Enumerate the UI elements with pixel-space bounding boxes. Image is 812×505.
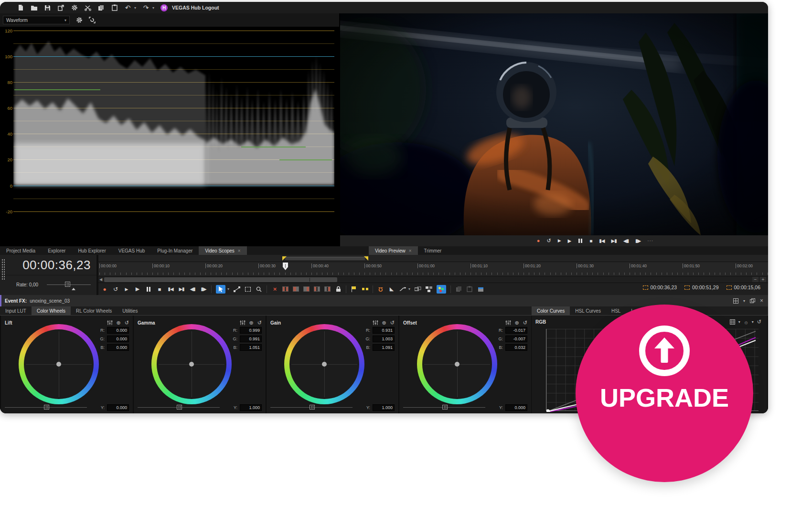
color-wheel[interactable] xyxy=(417,324,497,404)
play-icon[interactable]: ▶ xyxy=(568,239,572,243)
copy-icon[interactable] xyxy=(97,4,105,11)
luma-slider-handle[interactable] xyxy=(44,405,49,410)
tab-input-lut[interactable]: Input LUT xyxy=(0,306,32,315)
tab-plugin-manager[interactable]: Plug-In Manager xyxy=(151,246,199,255)
wheel-center-dot[interactable] xyxy=(455,362,459,367)
color-wheel[interactable] xyxy=(284,324,364,404)
levels-icon[interactable] xyxy=(373,320,378,326)
grid-toggle-icon[interactable] xyxy=(730,319,735,325)
auto-ripple-icon[interactable]: ◣ xyxy=(388,285,395,293)
b-value[interactable]: 0.032 xyxy=(505,344,527,351)
save-icon[interactable] xyxy=(44,4,51,11)
r-value[interactable]: 0.999 xyxy=(240,327,262,334)
sync-lock-icon[interactable] xyxy=(415,285,421,293)
vegas-hub-icon[interactable]: H xyxy=(160,4,168,11)
reset-icon[interactable]: ↺ xyxy=(257,320,262,326)
selection-end-value[interactable]: 00:00:51,29 xyxy=(692,284,718,290)
luma-slider[interactable] xyxy=(403,404,485,410)
lock-icon[interactable] xyxy=(335,285,342,293)
color-wheel[interactable] xyxy=(151,324,232,404)
y-value[interactable]: 1.000 xyxy=(373,404,395,411)
undo-icon[interactable]: ↶ xyxy=(124,4,131,11)
normal-edit-tool[interactable] xyxy=(216,285,225,294)
levels-icon[interactable] xyxy=(107,320,113,326)
tab-project-media[interactable]: Project Media xyxy=(0,246,42,255)
reset-icon[interactable]: ↺ xyxy=(390,320,395,326)
luma-slider-handle[interactable] xyxy=(442,405,448,410)
selection-tool[interactable] xyxy=(245,285,251,293)
loop-region-bar[interactable] xyxy=(285,257,365,260)
tab-utilities[interactable]: Utilities xyxy=(117,306,143,315)
loop-region-end-icon[interactable] xyxy=(364,256,368,261)
float-window-icon[interactable] xyxy=(750,298,755,303)
redo-icon[interactable]: ↷ xyxy=(142,4,150,11)
envelope-dropdown-icon[interactable]: ▾ xyxy=(408,287,410,291)
y-value[interactable]: 1.000 xyxy=(240,404,262,411)
color-grading-icon[interactable] xyxy=(437,285,446,294)
tab-rl-color-wheels[interactable]: RL Color Wheels xyxy=(71,306,117,315)
vegas-hub-logout-label[interactable]: VEGAS Hub Logout xyxy=(172,5,219,11)
g-value[interactable]: 1.003 xyxy=(373,336,395,342)
settings-gear-icon[interactable] xyxy=(71,4,78,11)
luma-slider-handle[interactable] xyxy=(310,405,315,410)
luma-slider[interactable] xyxy=(5,404,87,410)
go-to-start-icon[interactable]: ▮◀ xyxy=(167,285,174,293)
tab-trimmer[interactable]: Trimmer xyxy=(418,246,448,255)
project-properties-icon[interactable] xyxy=(57,4,64,11)
paste-event-icon[interactable] xyxy=(466,285,473,293)
record-icon[interactable]: ● xyxy=(101,285,108,293)
loop-region-start-icon[interactable] xyxy=(282,256,287,261)
trim-end-icon[interactable] xyxy=(303,286,310,292)
y-value[interactable]: 0.000 xyxy=(107,404,129,411)
more-options-icon[interactable]: ··· xyxy=(647,239,653,243)
pause-icon[interactable] xyxy=(145,285,152,293)
rate-up-arrow-icon[interactable] xyxy=(72,288,75,290)
b-value[interactable]: 1.091 xyxy=(373,344,395,351)
wheel-center-dot[interactable] xyxy=(189,362,194,367)
tab-color-wheels[interactable]: Color Wheels xyxy=(32,306,71,315)
upgrade-badge[interactable]: UPGRADE xyxy=(576,305,753,482)
g-value[interactable]: 0.000 xyxy=(107,336,129,342)
play-icon[interactable]: ▶ xyxy=(134,285,141,293)
copy-event-icon[interactable] xyxy=(455,285,462,293)
tab-explorer[interactable]: Explorer xyxy=(42,246,72,255)
curve-endpoint[interactable] xyxy=(546,410,550,412)
brightness-icon[interactable]: ☼ xyxy=(744,319,748,325)
split-event-icon[interactable] xyxy=(282,286,288,292)
play-from-start-icon[interactable]: ▶ xyxy=(558,239,561,243)
chevron-down-icon[interactable]: ▾ xyxy=(738,320,740,324)
paste-clipboard-icon[interactable] xyxy=(111,4,118,11)
target-icon[interactable]: ⊕ xyxy=(515,320,519,326)
edit-tool-dropdown-icon[interactable]: ▾ xyxy=(227,287,229,291)
tab-hsl[interactable]: HSL xyxy=(606,306,626,315)
go-to-end-icon[interactable]: ▶▮ xyxy=(611,239,617,243)
timeline-horizontal-scrollbar[interactable]: ◀ − + xyxy=(98,276,768,283)
marker-strip[interactable] xyxy=(98,255,768,262)
tab-hub-explorer[interactable]: Hub Explorer xyxy=(72,246,112,255)
luma-slider-handle[interactable] xyxy=(177,405,182,410)
close-icon[interactable]: × xyxy=(760,297,763,304)
r-value[interactable]: -0.017 xyxy=(505,327,527,334)
g-value[interactable]: -0.007 xyxy=(505,336,527,342)
go-to-start-icon[interactable]: ▮◀ xyxy=(599,239,604,243)
scissors-icon[interactable] xyxy=(84,4,91,11)
insert-region-icon[interactable] xyxy=(362,285,368,293)
next-frame-icon[interactable]: ▮▶ xyxy=(200,285,207,293)
playhead-cursor[interactable] xyxy=(283,263,288,270)
b-value[interactable]: 1.051 xyxy=(240,344,262,351)
next-frame-icon[interactable]: ▮▶ xyxy=(635,239,641,243)
enable-snapping-icon[interactable]: Ω xyxy=(377,285,384,293)
layout-grid-icon[interactable] xyxy=(733,298,738,304)
slip-event-icon[interactable] xyxy=(314,286,320,292)
g-value[interactable]: 0.991 xyxy=(240,336,262,342)
zoom-in-button[interactable]: + xyxy=(760,277,766,282)
envelope-tool[interactable] xyxy=(234,285,240,293)
stop-icon[interactable]: ■ xyxy=(156,285,163,293)
color-wheel[interactable] xyxy=(19,324,99,404)
target-icon[interactable]: ⊕ xyxy=(117,320,121,326)
tab-video-preview[interactable]: Video Preview× xyxy=(369,246,418,255)
close-icon[interactable]: × xyxy=(409,248,412,253)
record-icon[interactable]: ● xyxy=(537,238,540,243)
play-from-start-icon[interactable]: ▶ xyxy=(123,285,130,293)
previous-frame-icon[interactable]: ◀▮ xyxy=(623,239,629,243)
